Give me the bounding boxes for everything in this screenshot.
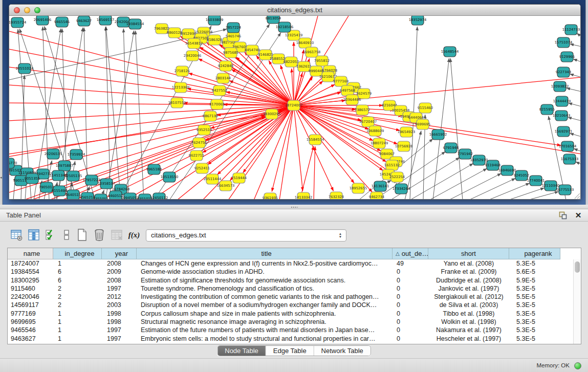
svg-text:20364486: 20364486 [343,98,361,102]
table-toolbar: f(x) citations_edges.txt ▲▼ [0,225,588,246]
svg-text:7386572: 7386572 [355,108,370,112]
resize-grip-icon[interactable] [573,192,580,199]
svg-text:9155494: 9155494 [52,189,67,193]
svg-text:10688609: 10688609 [366,129,384,133]
close-panel-icon[interactable]: ✕ [574,211,583,220]
toggle-rows-icon[interactable] [59,228,74,242]
svg-text:18724007: 18724007 [285,103,303,107]
svg-text:14136141: 14136141 [372,184,389,188]
svg-text:12450112: 12450112 [150,196,168,200]
divider-grip-icon[interactable] [291,206,298,208]
svg-text:17334264: 17334264 [393,187,410,191]
delete-trash-icon[interactable] [92,228,106,242]
float-panel-icon[interactable] [558,211,568,220]
svg-text:23420046: 23420046 [184,54,202,58]
svg-text:10210643: 10210643 [553,114,571,118]
svg-text:12325419: 12325419 [285,33,303,37]
svg-text:7791942: 7791942 [458,152,473,156]
split-pane-divider[interactable] [0,205,588,209]
function-builder-icon[interactable]: f(x) [127,228,141,242]
svg-text:16210677: 16210677 [319,75,337,79]
svg-text:9051355: 9051355 [25,177,40,181]
column-header-out_de[interactable]: △out_de… [393,248,428,259]
svg-text:15751074: 15751074 [555,40,573,45]
svg-text:8454749: 8454749 [245,48,260,52]
svg-text:9965188: 9965188 [146,167,162,171]
column-header-year[interactable]: year [102,248,137,259]
table-row[interactable]: 1830029562008Estimation of significance … [8,276,581,285]
table-source-combobox[interactable]: citations_edges.txt ▲▼ [146,229,346,242]
cytoscape-desktop: ◂ citations_edges.txt 187240077963822886… [0,0,588,205]
table-row[interactable]: 946362711997Embryonic stem cells: a mode… [8,335,581,343]
svg-text:8186328: 8186328 [207,38,222,42]
svg-text:6791944: 6791944 [443,146,459,150]
svg-text:8860128: 8860128 [167,31,182,35]
svg-text:9146821: 9146821 [258,53,273,57]
network-canvas[interactable]: 1872400779638228860128891293415226058982… [9,16,581,200]
svg-text:10358107: 10358107 [98,182,116,186]
svg-text:12444419: 12444419 [553,99,571,103]
network-view-window: citations_edges.txt 18724007796382288601… [9,4,581,200]
svg-text:8867130: 8867130 [203,114,218,118]
results-panel-edge [585,0,588,205]
svg-text:12093822: 12093822 [551,84,569,89]
table-row[interactable]: 911546021997Tourette syndrome. Phenomeno… [8,285,581,293]
column-header-in_degree[interactable]: in_degree [53,248,102,259]
svg-text:12505135: 12505135 [64,174,82,178]
column-header-name[interactable]: name [8,248,53,259]
table-row[interactable]: 977716911998Corpus callosum shape and si… [8,310,581,318]
table-row[interactable]: 2242004622012Investigating the contribut… [8,293,581,301]
memory-status-label: Memory: OK [536,359,570,372]
table-scrollbar[interactable] [573,259,581,344]
table-row[interactable]: 1872400712008Changes of HCN gene express… [8,259,581,268]
svg-text:16661902: 16661902 [429,133,447,137]
delete-table-disabled-icon [110,228,124,242]
svg-text:7955812: 7955812 [314,59,330,63]
svg-text:11675333: 11675333 [561,157,579,161]
table-row[interactable]: 1456911722003Disruption of a novel membe… [8,301,581,309]
svg-text:18300295: 18300295 [263,112,281,116]
tab-node-table[interactable]: Node Table [217,346,266,356]
combobox-value: citations_edges.txt [151,231,206,239]
svg-text:19384554: 19384554 [126,22,144,26]
svg-text:18807249: 18807249 [371,141,388,145]
svg-text:18640910: 18640910 [296,41,314,45]
table-settings-icon[interactable] [9,228,24,242]
svg-text:20551024: 20551024 [16,67,34,71]
svg-text:9463627: 9463627 [76,19,92,23]
column-header-short[interactable]: short [428,248,509,259]
table-row[interactable]: 1938455462009Genome-wide association stu… [8,268,581,276]
new-document-icon[interactable] [75,228,89,242]
svg-text:12110340: 12110340 [542,184,560,188]
svg-text:6822057: 6822057 [284,60,299,64]
svg-text:17740041: 17740041 [527,179,545,183]
tab-edge-table[interactable]: Edge Table [266,346,314,356]
node-table[interactable]: namein_degreeyeartitle△out_de…shortpager… [7,248,581,344]
svg-text:7963822: 7963822 [154,27,169,31]
memory-indicator-icon[interactable] [574,362,581,369]
table-row[interactable]: 946554611997Estimation of the future num… [8,326,581,334]
svg-text:15692971: 15692971 [555,129,573,134]
svg-text:19218506: 19218506 [276,25,294,29]
svg-text:15648544: 15648544 [441,50,459,54]
svg-text:9465546: 9465546 [54,20,70,24]
svg-text:7355051: 7355051 [93,197,108,200]
svg-text:9352519: 9352519 [197,128,212,132]
svg-text:9084067: 9084067 [379,152,395,156]
svg-text:3624579: 3624579 [356,92,372,96]
column-chooser-icon[interactable] [27,228,41,242]
select-all-icon[interactable] [44,228,58,242]
network-window-titlebar[interactable]: citations_edges.txt [9,5,580,16]
svg-text:6497568: 6497568 [340,89,355,93]
column-header-pagerank[interactable]: pagerank [509,248,560,259]
svg-text:7624756: 7624756 [191,141,207,145]
table-row[interactable]: 969969511998Structural magnetic resonanc… [8,318,581,326]
tab-network-table[interactable]: Network Table [314,346,371,356]
scrollbar-thumb[interactable] [575,261,580,273]
collapse-arrow-icon[interactable]: ◂ [0,175,3,180]
svg-text:11124733: 11124733 [562,28,580,32]
svg-text:8215955: 8215955 [539,107,555,112]
svg-text:2522254: 2522254 [389,175,405,179]
column-header-title[interactable]: title [137,248,393,259]
combobox-stepper-icon: ▲▼ [337,230,344,240]
